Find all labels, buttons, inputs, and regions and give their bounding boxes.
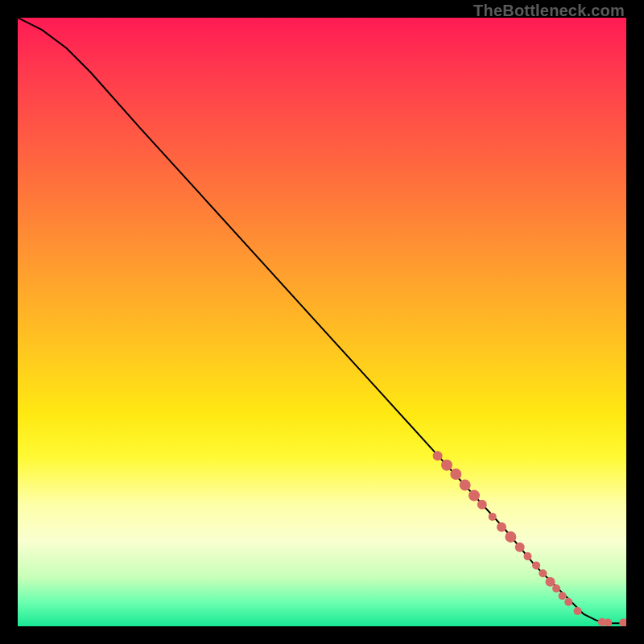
data-marker [450, 469, 461, 480]
data-marker [546, 577, 555, 587]
data-marker [564, 598, 572, 606]
data-marker [497, 522, 506, 532]
data-marker [489, 513, 497, 521]
data-marker [460, 480, 471, 491]
outer-frame: TheBottleneck.com [0, 0, 644, 644]
data-marker [559, 592, 567, 600]
data-marker [524, 552, 532, 560]
data-marker [433, 451, 443, 460]
curve-line [18, 18, 626, 623]
data-marker [441, 460, 452, 471]
chart-svg [18, 18, 626, 626]
data-marker [539, 569, 547, 577]
data-marker [505, 531, 516, 543]
plot-area [18, 18, 626, 626]
marker-group [433, 451, 626, 626]
data-marker [469, 490, 480, 502]
data-marker [532, 561, 540, 569]
data-marker [552, 584, 560, 592]
data-marker [574, 607, 582, 615]
data-marker [515, 543, 525, 552]
data-marker [477, 500, 487, 510]
